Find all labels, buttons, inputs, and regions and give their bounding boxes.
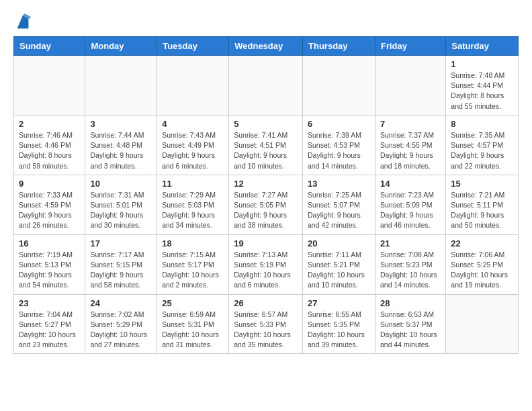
- day-info: Sunrise: 7:17 AM Sunset: 5:15 PM Dayligh…: [90, 250, 152, 291]
- day-number: 21: [380, 238, 441, 248]
- day-cell: 21Sunrise: 7:08 AM Sunset: 5:23 PM Dayli…: [375, 234, 445, 294]
- day-info: Sunrise: 7:44 AM Sunset: 4:48 PM Dayligh…: [90, 130, 152, 171]
- day-cell: [229, 56, 303, 116]
- day-info: Sunrise: 7:13 AM Sunset: 5:19 PM Dayligh…: [234, 250, 298, 291]
- day-info: Sunrise: 6:53 AM Sunset: 5:37 PM Dayligh…: [380, 310, 441, 351]
- day-number: 27: [308, 298, 370, 308]
- logo-icon: [13, 13, 32, 32]
- day-info: Sunrise: 7:37 AM Sunset: 4:55 PM Dayligh…: [380, 130, 441, 171]
- calendar: SundayMondayTuesdayWednesdayThursdayFrid…: [13, 36, 519, 354]
- day-info: Sunrise: 7:23 AM Sunset: 5:09 PM Dayligh…: [380, 190, 441, 231]
- week-row-5: 23Sunrise: 7:04 AM Sunset: 5:27 PM Dayli…: [14, 294, 519, 354]
- day-cell: 7Sunrise: 7:37 AM Sunset: 4:55 PM Daylig…: [375, 115, 445, 175]
- day-number: 17: [90, 238, 152, 248]
- day-number: 18: [162, 238, 224, 248]
- day-cell: 3Sunrise: 7:44 AM Sunset: 4:48 PM Daylig…: [85, 115, 157, 175]
- day-number: 9: [19, 179, 80, 189]
- day-cell: 16Sunrise: 7:19 AM Sunset: 5:13 PM Dayli…: [14, 234, 85, 294]
- day-cell: 1Sunrise: 7:48 AM Sunset: 4:44 PM Daylig…: [446, 56, 519, 116]
- day-info: Sunrise: 7:31 AM Sunset: 5:01 PM Dayligh…: [90, 190, 152, 231]
- day-cell: [157, 56, 229, 116]
- header-row: SundayMondayTuesdayWednesdayThursdayFrid…: [14, 37, 519, 56]
- day-cell: 27Sunrise: 6:55 AM Sunset: 5:35 PM Dayli…: [303, 294, 375, 354]
- day-info: Sunrise: 7:11 AM Sunset: 5:21 PM Dayligh…: [308, 250, 370, 291]
- day-number: 28: [380, 298, 441, 308]
- day-cell: [14, 56, 85, 116]
- day-info: Sunrise: 7:19 AM Sunset: 5:13 PM Dayligh…: [19, 250, 80, 291]
- day-cell: 28Sunrise: 6:53 AM Sunset: 5:37 PM Dayli…: [375, 294, 445, 354]
- day-info: Sunrise: 7:06 AM Sunset: 5:25 PM Dayligh…: [451, 250, 513, 291]
- day-number: 25: [162, 298, 224, 308]
- day-cell: 19Sunrise: 7:13 AM Sunset: 5:19 PM Dayli…: [229, 234, 303, 294]
- day-cell: 11Sunrise: 7:29 AM Sunset: 5:03 PM Dayli…: [157, 175, 229, 234]
- day-number: 19: [234, 238, 298, 248]
- day-info: Sunrise: 7:25 AM Sunset: 5:07 PM Dayligh…: [308, 190, 370, 231]
- day-number: 2: [19, 119, 80, 129]
- day-info: Sunrise: 7:46 AM Sunset: 4:46 PM Dayligh…: [19, 130, 80, 171]
- page: SundayMondayTuesdayWednesdayThursdayFrid…: [0, 0, 532, 361]
- day-cell: [375, 56, 445, 116]
- day-number: 12: [234, 179, 298, 189]
- day-info: Sunrise: 7:43 AM Sunset: 4:49 PM Dayligh…: [162, 130, 224, 171]
- day-info: Sunrise: 7:33 AM Sunset: 4:59 PM Dayligh…: [19, 190, 80, 231]
- day-cell: 8Sunrise: 7:35 AM Sunset: 4:57 PM Daylig…: [446, 115, 519, 175]
- day-number: 15: [451, 179, 513, 189]
- calendar-header: SundayMondayTuesdayWednesdayThursdayFrid…: [14, 37, 519, 56]
- header-day-monday: Monday: [85, 37, 157, 56]
- day-info: Sunrise: 7:48 AM Sunset: 4:44 PM Dayligh…: [451, 71, 513, 111]
- header-day-tuesday: Tuesday: [157, 37, 229, 56]
- day-cell: 12Sunrise: 7:27 AM Sunset: 5:05 PM Dayli…: [229, 175, 303, 234]
- day-cell: 13Sunrise: 7:25 AM Sunset: 5:07 PM Dayli…: [303, 175, 375, 234]
- day-info: Sunrise: 7:27 AM Sunset: 5:05 PM Dayligh…: [234, 190, 298, 231]
- day-info: Sunrise: 7:08 AM Sunset: 5:23 PM Dayligh…: [380, 250, 441, 291]
- logo: [13, 13, 34, 32]
- week-row-2: 2Sunrise: 7:46 AM Sunset: 4:46 PM Daylig…: [14, 115, 519, 175]
- day-cell: 14Sunrise: 7:23 AM Sunset: 5:09 PM Dayli…: [375, 175, 445, 234]
- day-cell: 26Sunrise: 6:57 AM Sunset: 5:33 PM Dayli…: [229, 294, 303, 354]
- header-day-saturday: Saturday: [446, 37, 519, 56]
- day-info: Sunrise: 6:57 AM Sunset: 5:33 PM Dayligh…: [234, 310, 298, 351]
- day-cell: 15Sunrise: 7:21 AM Sunset: 5:11 PM Dayli…: [446, 175, 519, 234]
- day-number: 3: [90, 119, 152, 129]
- day-number: 16: [19, 238, 80, 248]
- day-cell: 4Sunrise: 7:43 AM Sunset: 4:49 PM Daylig…: [157, 115, 229, 175]
- header-day-wednesday: Wednesday: [229, 37, 303, 56]
- day-number: 22: [451, 238, 513, 248]
- day-number: 7: [380, 119, 441, 129]
- day-info: Sunrise: 6:59 AM Sunset: 5:31 PM Dayligh…: [162, 310, 224, 351]
- day-cell: 5Sunrise: 7:41 AM Sunset: 4:51 PM Daylig…: [229, 115, 303, 175]
- day-info: Sunrise: 7:21 AM Sunset: 5:11 PM Dayligh…: [451, 190, 513, 231]
- day-cell: [446, 294, 519, 354]
- day-number: 10: [90, 179, 152, 189]
- day-number: 8: [451, 119, 513, 129]
- day-cell: 18Sunrise: 7:15 AM Sunset: 5:17 PM Dayli…: [157, 234, 229, 294]
- day-number: 24: [90, 298, 152, 308]
- calendar-body: 1Sunrise: 7:48 AM Sunset: 4:44 PM Daylig…: [14, 56, 519, 354]
- day-cell: 9Sunrise: 7:33 AM Sunset: 4:59 PM Daylig…: [14, 175, 85, 234]
- header-day-friday: Friday: [375, 37, 445, 56]
- day-number: 6: [308, 119, 370, 129]
- day-cell: [303, 56, 375, 116]
- week-row-1: 1Sunrise: 7:48 AM Sunset: 4:44 PM Daylig…: [14, 56, 519, 116]
- day-cell: 23Sunrise: 7:04 AM Sunset: 5:27 PM Dayli…: [14, 294, 85, 354]
- week-row-3: 9Sunrise: 7:33 AM Sunset: 4:59 PM Daylig…: [14, 175, 519, 234]
- day-info: Sunrise: 7:41 AM Sunset: 4:51 PM Dayligh…: [234, 130, 298, 171]
- day-info: Sunrise: 7:02 AM Sunset: 5:29 PM Dayligh…: [90, 310, 152, 351]
- day-cell: [85, 56, 157, 116]
- day-number: 11: [162, 179, 224, 189]
- day-info: Sunrise: 7:35 AM Sunset: 4:57 PM Dayligh…: [451, 130, 513, 171]
- day-number: 1: [451, 59, 513, 69]
- day-info: Sunrise: 7:29 AM Sunset: 5:03 PM Dayligh…: [162, 190, 224, 231]
- day-number: 26: [234, 298, 298, 308]
- day-cell: 10Sunrise: 7:31 AM Sunset: 5:01 PM Dayli…: [85, 175, 157, 234]
- day-info: Sunrise: 7:04 AM Sunset: 5:27 PM Dayligh…: [19, 310, 80, 351]
- day-number: 23: [19, 298, 80, 308]
- day-cell: 22Sunrise: 7:06 AM Sunset: 5:25 PM Dayli…: [446, 234, 519, 294]
- week-row-4: 16Sunrise: 7:19 AM Sunset: 5:13 PM Dayli…: [14, 234, 519, 294]
- header-day-sunday: Sunday: [14, 37, 85, 56]
- day-number: 5: [234, 119, 298, 129]
- header-day-thursday: Thursday: [303, 37, 375, 56]
- day-info: Sunrise: 6:55 AM Sunset: 5:35 PM Dayligh…: [308, 310, 370, 351]
- day-cell: 6Sunrise: 7:39 AM Sunset: 4:53 PM Daylig…: [303, 115, 375, 175]
- day-number: 14: [380, 179, 441, 189]
